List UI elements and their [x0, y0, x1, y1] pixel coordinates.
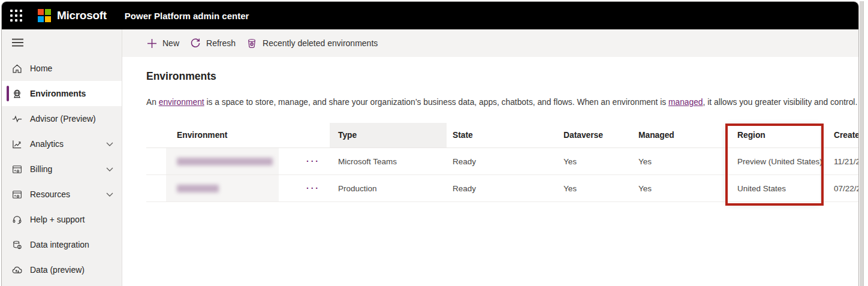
- sidebar-item-billing[interactable]: Billing: [2, 156, 122, 182]
- column-header-created-on[interactable]: Created on: [822, 123, 858, 148]
- environment-name-redacted[interactable]: [177, 185, 219, 192]
- sidebar-item-label: Help + support: [30, 215, 85, 224]
- plus-icon: [147, 38, 157, 49]
- row-spacer: [146, 148, 166, 175]
- column-header-dataverse[interactable]: Dataverse: [557, 123, 632, 148]
- sidebar-item-environments[interactable]: Environments: [2, 81, 122, 106]
- sidebar-item-label: Advisor (Preview): [30, 114, 96, 124]
- sidebar-item-label: Environments: [30, 89, 86, 98]
- type-cell: Microsoft Teams: [330, 148, 447, 175]
- collapse-nav-button[interactable]: [2, 29, 122, 56]
- dataverse-cell: Yes: [557, 148, 632, 175]
- sidebar-item-home[interactable]: Home: [2, 56, 122, 81]
- refresh-icon: [190, 38, 201, 49]
- sidebar-item-label: Data (preview): [30, 265, 85, 275]
- analytics-chart-icon: [11, 139, 23, 150]
- waffle-icon: [10, 10, 22, 22]
- home-icon: [11, 63, 23, 74]
- cloud-arrows-icon: [11, 264, 23, 276]
- database-sync-icon: [11, 239, 23, 251]
- description-text: is a space to store, manage, and share y…: [204, 98, 668, 107]
- managed-link[interactable]: managed: [668, 98, 703, 107]
- top-app-bar: Microsoft Power Platform admin center: [2, 2, 858, 29]
- billing-window-gear-icon: [11, 164, 23, 175]
- environment-link[interactable]: environment: [159, 98, 204, 107]
- window-right-edge: [860, 1, 864, 286]
- page-description: An environment is a space to store, mana…: [146, 98, 858, 107]
- chevron-down-icon: [106, 142, 113, 146]
- column-header-managed[interactable]: Managed: [632, 123, 719, 148]
- sidebar: Home Environments Advisor (Preview) Anal…: [2, 29, 122, 286]
- column-header-type[interactable]: Type: [330, 123, 447, 148]
- recently-deleted-button[interactable]: Recently deleted environments: [246, 38, 378, 49]
- header-more-spacer: [298, 123, 330, 148]
- recently-deleted-label: Recently deleted environments: [263, 38, 378, 48]
- description-text: An: [146, 98, 159, 107]
- environment-name-redacted[interactable]: [177, 158, 273, 165]
- dataverse-cell: Yes: [557, 175, 632, 202]
- managed-cell: Yes: [632, 175, 719, 202]
- state-cell: Ready: [447, 148, 557, 175]
- sidebar-item-advisor[interactable]: Advisor (Preview): [2, 106, 122, 131]
- sidebar-item-label: Data integration: [30, 240, 89, 249]
- created-on-cell: 11/21/2022: [822, 148, 858, 175]
- region-cell: United States: [719, 175, 822, 202]
- refresh-button-label: Refresh: [206, 38, 236, 48]
- app-launcher-button[interactable]: [2, 2, 31, 29]
- column-header-region[interactable]: Region: [719, 123, 822, 148]
- sidebar-item-label: Analytics: [30, 139, 64, 149]
- new-button-label: New: [162, 38, 179, 48]
- environments-globe-icon: [11, 88, 23, 100]
- sidebar-item-data-preview[interactable]: Data (preview): [2, 257, 122, 282]
- app-window: Microsoft Power Platform admin center Ho…: [1, 1, 859, 286]
- state-cell: Ready: [447, 175, 557, 202]
- column-header-environment[interactable]: Environment: [166, 123, 298, 148]
- resources-window-gear-icon: [11, 189, 23, 200]
- microsoft-brand: Microsoft: [38, 9, 107, 22]
- brand-name: Microsoft: [57, 9, 107, 22]
- environment-name-cell[interactable]: [166, 175, 298, 202]
- type-cell: Production: [330, 175, 447, 202]
- hamburger-icon: [11, 38, 24, 47]
- recycle-bin-icon: [246, 38, 257, 49]
- sidebar-item-label: Resources: [30, 189, 70, 199]
- microsoft-logo-icon: [38, 9, 51, 22]
- environment-name-cell[interactable]: [166, 148, 298, 175]
- created-on-cell: 07/22/2020: [822, 175, 858, 202]
- sidebar-item-label: Home: [30, 64, 52, 73]
- command-bar: New Refresh Recently deleted environment…: [122, 29, 858, 57]
- sidebar-item-help-support[interactable]: Help + support: [2, 207, 122, 232]
- environments-table: Environment Type State Dataverse Managed…: [146, 123, 858, 202]
- sidebar-item-resources[interactable]: Resources: [2, 182, 122, 207]
- refresh-button[interactable]: Refresh: [190, 38, 236, 49]
- page-content: Environments An environment is a space t…: [122, 57, 858, 202]
- headset-icon: [11, 214, 23, 225]
- region-cell: Preview (United States): [719, 148, 822, 175]
- page-title: Environments: [146, 70, 858, 83]
- header-spacer: [146, 123, 166, 148]
- new-environment-button[interactable]: New: [147, 38, 179, 49]
- more-options-button[interactable]: ···: [298, 175, 330, 202]
- more-options-button[interactable]: ···: [298, 148, 330, 175]
- managed-cell: Yes: [632, 148, 719, 175]
- chevron-down-icon: [106, 192, 113, 197]
- advisor-pulse-icon: [11, 113, 23, 125]
- description-text: , it allows you greater visibility and c…: [703, 98, 858, 107]
- sidebar-item-data-integration[interactable]: Data integration: [2, 232, 122, 257]
- sidebar-item-label: Billing: [30, 164, 52, 174]
- main-panel: New Refresh Recently deleted environment…: [122, 29, 858, 286]
- sidebar-item-analytics[interactable]: Analytics: [2, 131, 122, 156]
- app-title: Power Platform admin center: [125, 11, 249, 21]
- column-header-state[interactable]: State: [447, 123, 557, 148]
- chevron-down-icon: [106, 167, 113, 171]
- row-spacer: [146, 175, 166, 202]
